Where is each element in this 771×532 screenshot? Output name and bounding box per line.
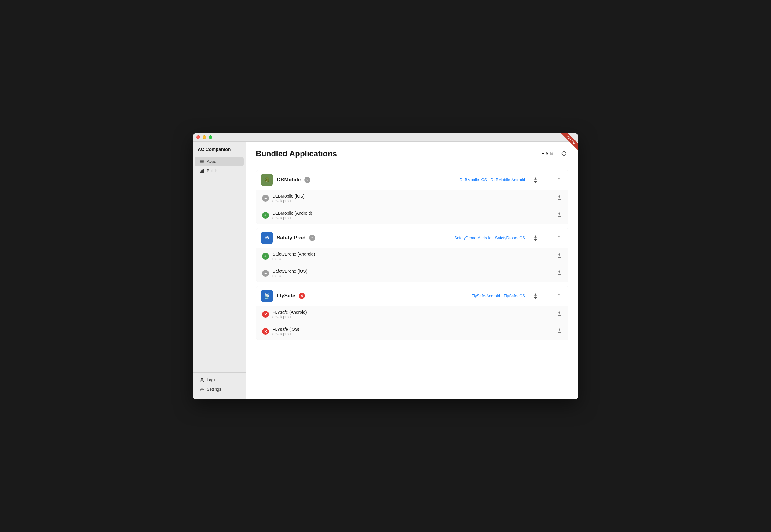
add-button[interactable]: + Add <box>539 150 556 158</box>
flysafe-deploy-icon[interactable] <box>531 292 540 300</box>
sub-item-branch: development <box>272 199 305 203</box>
sub-item-branch: development <box>272 315 307 319</box>
sidebar-item-builds[interactable]: Builds <box>195 166 244 176</box>
svg-rect-30 <box>558 275 560 275</box>
svg-rect-39 <box>557 332 561 332</box>
svg-text:📡: 📡 <box>264 293 270 299</box>
maximize-button[interactable] <box>209 135 212 139</box>
sub-item-deploy[interactable] <box>557 212 562 219</box>
main-content: Bundled Applications + Add <box>246 142 578 399</box>
flysafe-status-badge[interactable]: ✕ <box>299 293 305 299</box>
status-error-icon: ✕ <box>262 311 269 318</box>
svg-point-7 <box>201 378 203 380</box>
dbmobile-deploy-icon[interactable] <box>531 176 540 184</box>
deploy-icon <box>533 293 538 299</box>
main-header: Bundled Applications + Add <box>246 142 578 165</box>
sub-item-branch: master <box>272 274 307 278</box>
divider <box>552 177 552 183</box>
svg-rect-12 <box>534 181 537 182</box>
sub-item-deploy[interactable] <box>557 253 562 260</box>
flysafe-link-android[interactable]: FlySafe-Android <box>472 293 500 298</box>
list-item: ✕ FLYsafe (Android) development <box>256 306 568 323</box>
sub-item-info: DLBMobile (Android) development <box>272 211 312 220</box>
dbmobile-link-ios[interactable]: DLBMobile-iOS <box>460 177 487 182</box>
svg-rect-27 <box>558 258 560 258</box>
app-name-flysafe: FlySafe <box>277 293 295 299</box>
safetyprod-links: SafetyDrone-Android SafetyDrone-iOS <box>454 235 525 240</box>
flysafe-collapse-button[interactable]: ⌃ <box>555 292 563 300</box>
sub-item-info: SafetyDrone (Android) master <box>272 252 315 261</box>
safetyprod-more-button[interactable]: ··· <box>541 234 550 242</box>
app-icon-flysafe: 📡 <box>261 290 273 302</box>
dbmobile-status-badge[interactable]: ? <box>304 177 310 183</box>
sidebar: AC Companion Apps <box>193 142 246 399</box>
dbmobile-more-button[interactable]: ··· <box>541 176 550 184</box>
svg-rect-19 <box>558 217 560 217</box>
divider <box>552 235 552 241</box>
refresh-button[interactable] <box>559 149 568 158</box>
flysafe-more-button[interactable]: ··· <box>541 292 550 300</box>
sub-item-deploy[interactable] <box>557 195 562 202</box>
sub-item-name: FLYsafe (Android) <box>272 310 307 315</box>
safetyprod-collapse-button[interactable]: ⌃ <box>555 234 563 242</box>
svg-rect-25 <box>557 257 561 257</box>
app-window: DEBUG AC Companion Apps <box>193 133 578 399</box>
app-section-dbmobile: 🐊 DBMobile ? DLBMobile-iOS DLBMobile-And… <box>256 170 568 224</box>
sub-item-name: SafetyDrone (Android) <box>272 252 315 257</box>
svg-text:🐊: 🐊 <box>264 177 270 183</box>
app-section-safetyprod: ❄ Safety Prod ? SafetyDrone-Android Safe… <box>256 228 568 282</box>
add-label: Add <box>546 151 553 156</box>
sub-item-deploy[interactable] <box>557 270 562 277</box>
deploy-icon <box>533 235 538 241</box>
svg-rect-1 <box>200 161 204 162</box>
list-icon <box>199 159 204 164</box>
sidebar-item-apps[interactable]: Apps <box>195 157 244 166</box>
status-neutral-icon: − <box>262 270 269 277</box>
close-button[interactable] <box>196 135 200 139</box>
deploy-small-icon <box>557 270 562 275</box>
sub-item-deploy[interactable] <box>557 328 562 335</box>
svg-point-8 <box>201 388 203 390</box>
flysafe-link-ios[interactable]: FlySafe-iOS <box>504 293 525 298</box>
sub-item-branch: development <box>272 332 299 336</box>
svg-rect-33 <box>533 297 538 297</box>
safetyprod-link-ios[interactable]: SafetyDrone-iOS <box>495 235 525 240</box>
deploy-small-icon <box>557 212 562 217</box>
sub-item-info: DLBMobile (iOS) development <box>272 194 305 203</box>
safetyprod-link-android[interactable]: SafetyDrone-Android <box>454 235 491 240</box>
header-actions: + Add <box>539 149 568 158</box>
flysafe-logo: 📡 <box>262 291 272 301</box>
svg-rect-35 <box>535 298 536 299</box>
safetyprod-status-badge[interactable]: ? <box>309 235 315 241</box>
list-item: ✓ SafetyDrone (Android) master <box>256 248 568 265</box>
sub-item-name: DLBMobile (Android) <box>272 211 312 216</box>
app-name-safetyprod: Safety Prod <box>277 235 305 241</box>
list-item: ✓ DLBMobile (Android) development <box>256 207 568 224</box>
sidebar-app-title: AC Companion <box>193 147 246 157</box>
svg-rect-37 <box>558 315 561 316</box>
safetyprod-deploy-icon[interactable] <box>531 234 540 242</box>
sidebar-item-settings[interactable]: Settings <box>195 385 244 394</box>
sub-item-deploy[interactable] <box>557 311 562 318</box>
dbmobile-collapse-button[interactable]: ⌃ <box>555 176 563 184</box>
sidebar-apps-label: Apps <box>207 159 216 164</box>
dbmobile-link-android[interactable]: DLBMobile-Android <box>491 177 525 182</box>
sub-item-branch: development <box>272 216 312 220</box>
deploy-small-icon <box>557 253 562 258</box>
svg-rect-26 <box>558 257 561 258</box>
sidebar-item-login[interactable]: Login <box>195 375 244 384</box>
svg-rect-11 <box>533 181 538 181</box>
flysafe-children: ✕ FLYsafe (Android) development <box>256 306 568 340</box>
svg-rect-34 <box>534 297 537 298</box>
app-section-flysafe: 📡 FlySafe ✕ FlySafe-Android FlySafe-iOS <box>256 286 568 340</box>
sub-item-name: FLYsafe (iOS) <box>272 327 299 332</box>
app-header-flysafe: 📡 FlySafe ✕ FlySafe-Android FlySafe-iOS <box>256 286 568 306</box>
minimize-button[interactable] <box>203 135 206 139</box>
svg-rect-18 <box>558 216 561 217</box>
svg-rect-29 <box>558 274 561 275</box>
status-success-icon: ✓ <box>262 253 269 260</box>
safetyprod-logo: ❄ <box>262 233 272 243</box>
svg-rect-23 <box>534 239 537 240</box>
svg-rect-3 <box>200 171 201 173</box>
safetyprod-header-actions: ··· ⌃ <box>531 234 563 242</box>
